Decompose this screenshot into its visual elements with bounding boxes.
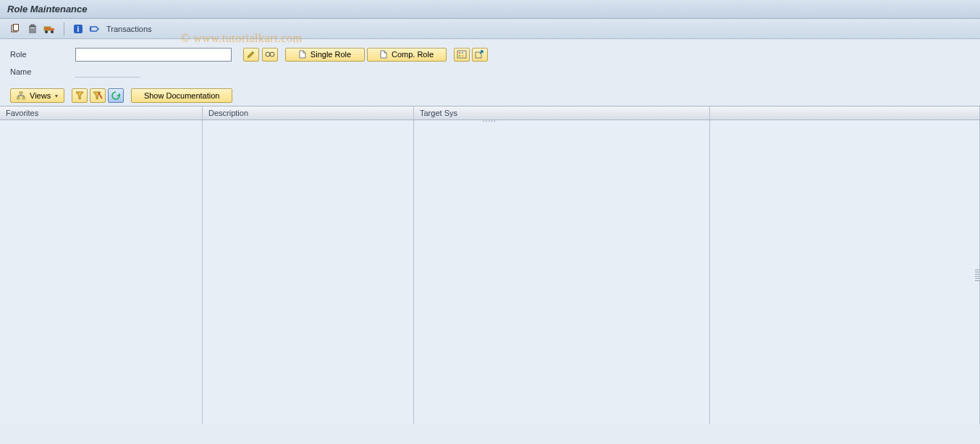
svg-point-22 [462, 55, 463, 56]
vertical-scrollbar[interactable] [975, 268, 979, 281]
single-role-label: Single Role [311, 50, 351, 59]
trash-icon[interactable] [26, 22, 39, 35]
info-icon[interactable]: i [72, 22, 85, 35]
form-area: Role Single Role Comp. Role [0, 39, 980, 84]
svg-rect-24 [20, 91, 22, 93]
svg-point-11 [51, 30, 54, 33]
svg-line-27 [98, 93, 102, 99]
show-documentation-button[interactable]: Show Documentation [131, 88, 232, 103]
title-bar: Role Maintenance [0, 0, 980, 19]
comp-role-label: Comp. Role [392, 50, 434, 59]
svg-rect-8 [44, 27, 51, 30]
application-toolbar: i Transactions [0, 19, 980, 39]
grid-col-target-sys [414, 120, 710, 424]
grid-col-favorites [0, 120, 203, 424]
filter-button[interactable] [72, 88, 88, 103]
svg-rect-25 [17, 97, 20, 99]
svg-point-19 [459, 52, 460, 54]
column-header-favorites[interactable]: Favorites [0, 106, 203, 120]
name-value [75, 66, 140, 78]
views-button[interactable]: Views ▾ [10, 88, 64, 103]
refresh-button[interactable] [108, 88, 124, 103]
document-icon [299, 50, 306, 59]
document-icon [380, 50, 387, 59]
svg-rect-7 [31, 25, 34, 26]
single-role-button[interactable]: Single Role [285, 48, 365, 62]
grid-body[interactable] [0, 120, 980, 424]
filter-reset-button[interactable] [90, 88, 106, 103]
grid-header: Favorites Description Target Sys [0, 106, 980, 120]
chevron-down-icon: ▾ [55, 93, 58, 99]
svg-rect-9 [51, 28, 54, 30]
export-button[interactable] [472, 48, 488, 62]
edit-button[interactable] [243, 48, 259, 62]
role-label: Role [10, 50, 75, 59]
name-row: Name [10, 64, 980, 80]
grid-col-blank [710, 120, 980, 424]
svg-point-21 [459, 55, 460, 56]
copy-icon[interactable] [9, 22, 22, 35]
role-input[interactable] [75, 48, 232, 62]
transactions-icon[interactable] [89, 22, 101, 35]
column-header-description[interactable]: Description [203, 106, 414, 120]
svg-point-16 [270, 52, 274, 56]
doc-toolbar: Views ▾ Show Documentation [0, 84, 980, 106]
svg-rect-26 [22, 97, 25, 99]
separator [64, 22, 64, 35]
transport-icon[interactable] [43, 22, 56, 35]
hierarchy-icon [17, 91, 25, 100]
svg-point-15 [266, 52, 270, 56]
svg-text:i: i [77, 25, 80, 33]
splitter-handle[interactable]: ••••• [483, 119, 497, 123]
views-label: Views [30, 91, 51, 100]
role-row: Role Single Role Comp. Role [10, 46, 980, 62]
show-documentation-label: Show Documentation [144, 91, 220, 100]
transactions-label[interactable]: Transactions [105, 25, 152, 33]
column-header-blank [710, 106, 980, 120]
column-header-target-sys[interactable]: Target Sys [414, 106, 710, 120]
variant-button[interactable] [454, 48, 470, 62]
page-title: Role Maintenance [7, 4, 88, 14]
comp-role-button[interactable]: Comp. Role [367, 48, 447, 62]
svg-rect-18 [457, 51, 466, 58]
svg-point-10 [45, 30, 48, 33]
svg-point-20 [462, 52, 463, 54]
svg-point-14 [90, 28, 92, 30]
svg-rect-1 [14, 24, 19, 30]
grid-col-description [203, 120, 414, 424]
display-button[interactable] [262, 48, 278, 62]
name-label: Name [10, 67, 75, 76]
